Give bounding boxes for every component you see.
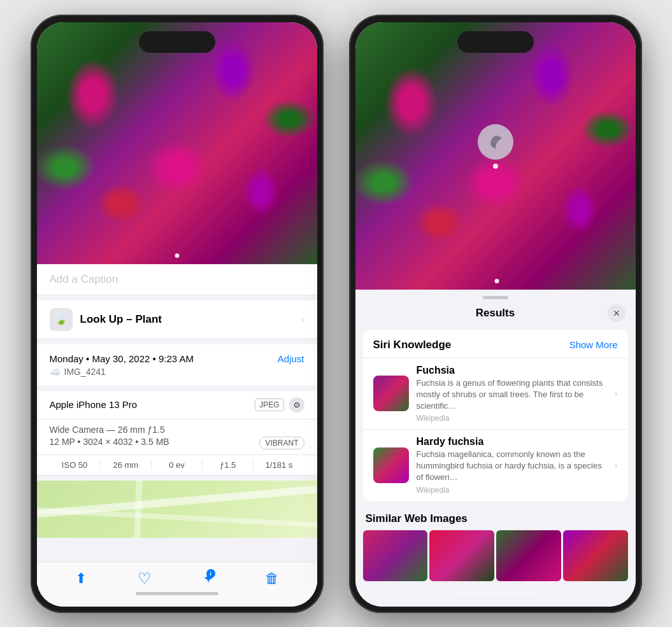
exif-shutter: 1/181 s: [254, 460, 304, 470]
lookup-connector-dot: [493, 164, 498, 169]
lookup-chevron-icon: ›: [301, 314, 304, 325]
hardy-fuchsia-name: Hardy fuchsia: [417, 436, 607, 447]
exif-aperture: ƒ1.5: [203, 460, 254, 470]
date-row: Monday • May 30, 2022 • 9:23 AM Adjust ☁…: [37, 344, 317, 386]
similar-title: Similar Web Images: [363, 509, 628, 530]
cloud-icon: ☁️: [50, 367, 61, 377]
format-badge: JPEG: [255, 398, 283, 411]
map-preview[interactable]: [37, 481, 317, 538]
fuchsia-chevron-icon: ›: [615, 388, 618, 398]
hardy-fuchsia-thumb: [373, 447, 409, 483]
location-icon: ⊙: [289, 397, 304, 412]
caption-placeholder: Add a Caption: [50, 273, 118, 285]
siri-header: Siri Knowledge Show More: [363, 330, 628, 358]
similar-image-3[interactable]: [496, 530, 561, 581]
siri-knowledge-title: Siri Knowledge: [373, 339, 452, 351]
toolbar: ⬆ ♡ ✦ i 🗑: [37, 561, 317, 607]
photo-info-section: Add a Caption 🍃 Look Up – Plant › Monday…: [37, 264, 317, 607]
similar-image-1[interactable]: [363, 530, 428, 581]
exif-row: ISO 50 26 mm 0 ev ƒ1.5 1/181 s: [37, 455, 317, 476]
fuchsia-description: Fuchsia is a genus of flowering plants t…: [417, 377, 607, 412]
home-indicator-2: [454, 592, 537, 595]
phone-1: Add a Caption 🍃 Look Up – Plant › Monday…: [31, 15, 324, 613]
favorite-button[interactable]: ♡: [138, 570, 152, 588]
lookup-label: Look Up – Plant: [80, 313, 162, 326]
info-badge: i: [206, 569, 215, 578]
camera-header: Apple iPhone 13 Pro JPEG ⊙: [37, 391, 317, 419]
img-filename: IMG_4241: [64, 367, 106, 377]
dynamic-island: [139, 31, 215, 53]
home-indicator: [136, 592, 218, 595]
leaf-svg: [487, 133, 504, 151]
close-button[interactable]: ✕: [608, 304, 626, 322]
hardy-fuchsia-chevron-icon: ›: [615, 460, 618, 470]
camera-info-box: Apple iPhone 13 Pro JPEG ⊙ Wide Camera —…: [37, 391, 317, 476]
fuchsia-name: Fuchsia: [417, 365, 607, 376]
visual-lookup-bubble[interactable]: [478, 124, 513, 169]
results-sheet: Results ✕ Siri Knowledge Show More Fuchs: [355, 290, 636, 607]
vibrant-badge: VIBRANT: [259, 437, 304, 449]
fuchsia-text: Fuchsia Fuchsia is a genus of flowering …: [417, 365, 607, 423]
hardy-fuchsia-item[interactable]: Hardy fuchsia Fuchsia magellanica, commo…: [363, 429, 628, 501]
exif-ev: 0 ev: [152, 460, 203, 470]
siri-knowledge-section: Siri Knowledge Show More Fuchsia Fuchsia…: [363, 330, 628, 501]
hardy-fuchsia-description: Fuchsia magellanica, commonly known as t…: [417, 449, 607, 484]
flower-image-decorative: [37, 22, 317, 264]
results-title: Results: [383, 307, 608, 320]
lookup-circle-icon: [478, 124, 513, 160]
hardy-fuchsia-text: Hardy fuchsia Fuchsia magellanica, commo…: [417, 436, 607, 495]
share-button[interactable]: ⬆: [75, 570, 87, 587]
similar-image-2[interactable]: [429, 530, 494, 581]
flower-photo[interactable]: [37, 22, 317, 264]
exif-iso: ISO 50: [50, 460, 101, 470]
phone-2: Results ✕ Siri Knowledge Show More Fuchs: [349, 15, 642, 613]
resolution-text: 12 MP • 3024 × 4032 • 3.5 MB: [50, 437, 169, 447]
adjust-button[interactable]: Adjust: [278, 353, 304, 364]
fuchsia-thumb: [373, 376, 409, 411]
results-header: Results ✕: [355, 299, 636, 330]
exif-mm: 26 mm: [101, 460, 152, 470]
date-text: Monday • May 30, 2022 • 9:23 AM: [50, 353, 194, 364]
caption-area[interactable]: Add a Caption: [37, 264, 317, 295]
fuchsia-item[interactable]: Fuchsia Fuchsia is a genus of flowering …: [363, 358, 628, 430]
camera-name: Apple iPhone 13 Pro: [50, 399, 138, 410]
flower-photo-2[interactable]: [355, 22, 636, 290]
dynamic-island-2: [457, 31, 534, 53]
phone-2-screen: Results ✕ Siri Knowledge Show More Fuchs: [355, 22, 636, 607]
delete-button[interactable]: 🗑: [265, 570, 279, 587]
lookup-row[interactable]: 🍃 Look Up – Plant ›: [37, 300, 317, 339]
hardy-fuchsia-source: Wikipedia: [417, 486, 607, 495]
info-button[interactable]: ✦ i: [203, 570, 214, 587]
lens-text: Wide Camera — 26 mm ƒ1.5: [50, 425, 304, 435]
show-more-button[interactable]: Show More: [569, 339, 618, 350]
fuchsia-source: Wikipedia: [417, 414, 607, 423]
similar-image-4[interactable]: [563, 530, 628, 581]
phone-1-screen: Add a Caption 🍃 Look Up – Plant › Monday…: [37, 22, 317, 607]
close-icon: ✕: [613, 308, 620, 318]
lookup-leaf-icon: 🍃: [50, 308, 73, 331]
page-dot-indicator-2: [494, 279, 499, 283]
similar-web-images-section: Similar Web Images: [363, 509, 628, 581]
camera-detail: Wide Camera — 26 mm ƒ1.5 12 MP • 3024 × …: [37, 419, 317, 455]
similar-images-grid: [363, 530, 628, 581]
page-dot-indicator: [175, 253, 179, 258]
badge-row: JPEG ⊙: [255, 397, 304, 412]
